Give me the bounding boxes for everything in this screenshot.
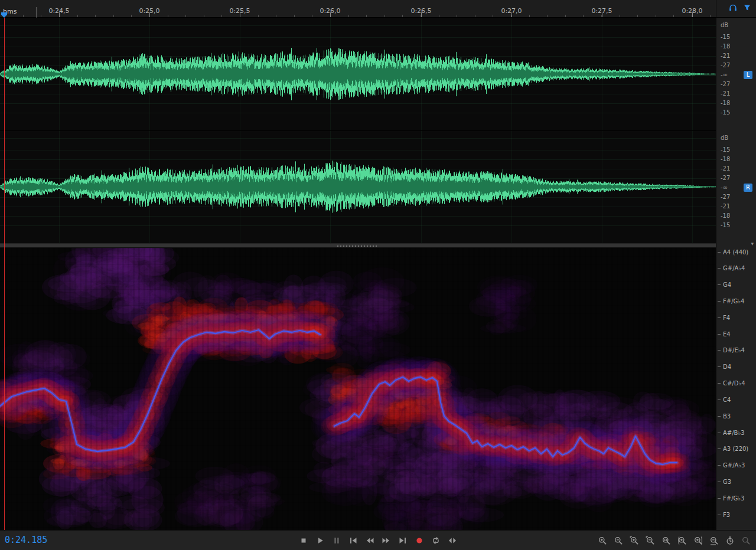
rewind-icon [365,536,374,545]
zoom-to-selection-button[interactable] [660,533,673,548]
pitch-display-canvas[interactable] [0,248,716,530]
ruler-minor-tick [312,15,312,17]
timer-icon [725,536,735,545]
timeline-ruler[interactable]: hms 0:24,50:25,00:25,50:26,00:26,50:27,0… [0,0,716,18]
go-to-start-icon [348,536,358,545]
ruler-minor-tick [348,15,349,17]
zoom-in-icon [598,536,607,545]
zoom-reset-button[interactable] [739,533,752,548]
fast-forward-button[interactable] [380,533,393,548]
db-label: -∞ [721,185,728,191]
note-label: G4 [718,281,731,289]
stop-button[interactable] [297,533,310,548]
ruler-minor-tick [457,15,457,17]
ruler-minor-tick [366,15,367,17]
ruler-minor-tick [5,15,5,17]
record-button[interactable] [413,533,426,548]
db-label: -15 [721,110,730,116]
ruler-marker [37,7,37,18]
note-label: A3 (220) [718,446,748,453]
current-time-display: 0:24.185 [5,535,47,545]
ruler-minor-tick [565,15,566,17]
ruler-minor-tick [475,15,475,17]
ruler-minor-tick [185,15,186,17]
note-label: G#/A♭4 [718,265,745,272]
timer-button[interactable] [724,533,737,548]
transport-controls [297,533,459,548]
db-label: -21 [721,204,730,209]
amplitude-scale[interactable]: dB-15-18-21-27-∞-27-21-18-15LdB-15-18-21… [716,18,756,243]
ruler-minor-tick [95,15,96,17]
note-scale[interactable]: A4 (440)G#/A♭4G4F#/G♭4F4E4D#/E♭4D4C#/D♭4… [716,248,756,530]
db-label: dB [721,135,728,141]
skip-selection-button[interactable] [446,533,459,548]
ruler-tick-label: 0:25,0 [139,7,159,15]
ruler-tick-label: 0:26,5 [410,7,431,15]
note-label: D#/E♭4 [718,347,745,354]
note-label: D4 [718,364,731,371]
db-label: -18 [721,156,730,162]
playhead-handle[interactable] [1,12,7,18]
zoom-reset-icon [741,536,751,545]
pitch-display-panel[interactable] [0,248,716,530]
ruler-minor-tick [547,15,548,17]
ruler-minor-tick [637,15,638,17]
note-label: A4 (440) [718,248,748,256]
note-label: F#/G♭3 [718,495,744,502]
panel-splitter[interactable] [0,243,716,248]
zoom-out-full-button[interactable] [708,533,721,548]
splitter-grip-icon [337,245,379,247]
pause-button[interactable] [330,533,343,548]
scale-collapse-arrow-icon[interactable]: ▾ [751,241,754,247]
zoom-toolbar [596,533,752,548]
pause-icon [332,536,341,545]
ruler-minor-tick [656,15,656,17]
fast-forward-icon [382,536,391,545]
play-button[interactable] [314,533,327,548]
filter-icon [742,3,752,14]
zoom-in-button[interactable] [596,533,609,548]
ruler-tick-label: 0:24,5 [48,7,69,15]
status-bar: 0:24.185 [0,530,756,550]
ruler-minor-tick [258,15,259,17]
zoom-out-time-button[interactable] [644,533,657,548]
skip-selection-icon [448,536,457,545]
zoom-in-time-button[interactable] [628,533,641,548]
ruler-minor-tick [583,15,584,17]
waveform-canvas[interactable] [0,18,716,243]
db-label: -15 [721,147,730,153]
go-to-end-button[interactable] [396,533,409,548]
ruler-minor-tick [276,15,276,17]
zoom-out-point-icon [693,536,703,545]
loop-playback-button[interactable] [429,533,442,548]
ruler-minor-tick [439,15,439,17]
go-to-end-icon [398,536,408,545]
waveform-panel[interactable] [0,18,716,243]
channel-badge-r[interactable]: R [744,184,752,192]
zoom-in-at-out-point-button[interactable] [692,533,705,548]
db-label: -21 [721,53,730,59]
db-label: -27 [721,175,730,181]
zoom-in-at-in-point-button[interactable] [676,533,689,548]
rewind-button[interactable] [363,533,376,548]
db-label: -27 [721,81,730,87]
ruler-minor-tick [41,15,41,17]
db-label: -15 [721,222,730,228]
play-icon [315,536,325,545]
ruler-minor-tick [113,15,114,17]
note-label: C4 [718,396,731,403]
ruler-tick-label: 0:26,0 [320,7,340,15]
zoom-out-icon [614,536,623,545]
go-to-start-button[interactable] [347,533,360,548]
db-label: -27 [721,194,730,200]
zoom-full-icon [709,536,719,545]
db-label: -21 [721,91,730,97]
note-label: F3 [718,511,730,518]
zoom-out-button[interactable] [612,533,625,548]
monitor-button[interactable] [728,4,738,14]
display-settings-button[interactable] [742,4,752,14]
ruler-minor-tick [168,15,168,17]
note-label: F#/G♭4 [718,298,744,305]
channel-badge-l[interactable]: L [744,71,752,79]
ruler-minor-tick [529,15,530,17]
